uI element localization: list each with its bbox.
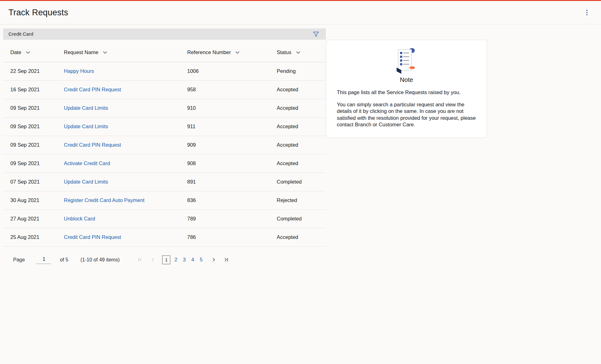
page-link[interactable]: 5: [197, 257, 205, 263]
reference-number: 911: [187, 117, 277, 136]
request-date: 09 Sep 2021: [3, 136, 64, 154]
column-label: Reference Number: [187, 49, 231, 55]
request-date: 16 Sep 2021: [3, 80, 64, 99]
column-header-reference-number[interactable]: Reference Number: [187, 43, 277, 62]
filter-bar-title: Credit Card: [8, 31, 33, 37]
previous-page-icon[interactable]: [148, 255, 157, 264]
chevron-down-icon: [26, 51, 30, 54]
note-title: Note: [337, 76, 476, 83]
column-label: Request Name: [64, 49, 98, 55]
table-row: 27 Aug 2021Unblock Card789Completed: [3, 210, 326, 228]
column-label: Date: [10, 49, 21, 55]
request-name-link[interactable]: Register Credit Card Auto Payment: [64, 197, 145, 203]
filter-bar: Credit Card: [3, 28, 326, 40]
chevron-down-icon: [103, 51, 107, 54]
kebab-menu-icon[interactable]: [583, 8, 591, 17]
last-page-icon[interactable]: [222, 255, 230, 264]
items-summary: (1-10 of 49 items): [80, 257, 120, 263]
reference-number: 789: [187, 210, 277, 228]
requests-section: Credit Card Date: [3, 28, 326, 264]
page-link[interactable]: 4: [188, 257, 197, 263]
request-status: Accepted: [277, 117, 326, 136]
request-date: 07 Sep 2021: [3, 173, 64, 191]
request-date: 22 Sep 2021: [3, 62, 64, 80]
request-name-link[interactable]: Credit Card PIN Request: [64, 234, 121, 240]
request-name-link[interactable]: Update Card Limits: [64, 105, 108, 111]
request-name-link[interactable]: Activate Credit Card: [64, 160, 110, 166]
column-header-date[interactable]: Date: [3, 43, 64, 62]
table-row: 09 Sep 2021Activate Credit Card908Accept…: [3, 154, 326, 173]
chevron-down-icon: [296, 51, 300, 54]
table-row: 09 Sep 2021Update Card Limits911Accepted: [3, 117, 326, 136]
column-label: Status: [277, 49, 291, 55]
reference-number: 909: [187, 136, 277, 154]
table-row: 07 Sep 2021Update Card Limits891Complete…: [3, 173, 326, 191]
table-row: 09 Sep 2021Update Card Limits910Accepted: [3, 99, 326, 117]
table-row: 22 Sep 2021Happy Hours1006Pending: [3, 62, 326, 80]
first-page-icon[interactable]: [136, 255, 145, 264]
request-date: 09 Sep 2021: [3, 154, 64, 173]
request-status: Completed: [277, 210, 326, 228]
reference-number: 836: [187, 191, 277, 210]
page-links: 12345: [161, 255, 205, 264]
request-status: Accepted: [277, 136, 326, 154]
page-header: Track Requests: [0, 1, 601, 24]
request-status: Accepted: [277, 228, 326, 246]
request-date: 25 Aug 2021: [3, 228, 64, 246]
column-header-request-name[interactable]: Request Name: [64, 43, 187, 62]
requests-table-body: 22 Sep 2021Happy Hours1006Pending16 Sep …: [3, 62, 326, 246]
reference-number: 908: [187, 154, 277, 173]
pagination-bar: Page of 5 (1-10 of 49 items) 12345: [3, 255, 326, 264]
request-date: 09 Sep 2021: [3, 117, 64, 136]
pagination-nav: 12345: [136, 255, 230, 264]
reference-number: 1006: [187, 62, 277, 80]
reference-number: 910: [187, 99, 277, 117]
request-date: 30 Aug 2021: [3, 191, 64, 210]
request-date: 09 Sep 2021: [3, 99, 64, 117]
request-status: Accepted: [277, 154, 326, 173]
request-name-link[interactable]: Unblock Card: [64, 216, 95, 221]
table-row: 30 Aug 2021Register Credit Card Auto Pay…: [3, 191, 326, 210]
note-document-icon: [397, 48, 417, 74]
reference-number: 786: [187, 228, 277, 246]
request-status: Accepted: [277, 99, 326, 117]
table-row: 25 Aug 2021Credit Card PIN Request786Acc…: [3, 228, 326, 246]
request-status: Rejected: [277, 191, 326, 210]
table-row: 16 Sep 2021Credit Card PIN Request958Acc…: [3, 80, 326, 99]
filter-funnel-icon[interactable]: [313, 32, 319, 37]
note-panel: Note This page lists all the Service Req…: [326, 40, 487, 138]
next-page-icon[interactable]: [209, 255, 218, 264]
request-name-link[interactable]: Credit Card PIN Request: [64, 87, 121, 92]
chevron-down-icon: [235, 51, 239, 54]
page-number-input[interactable]: [36, 256, 51, 264]
request-name-link[interactable]: Update Card Limits: [64, 179, 108, 185]
reference-number: 891: [187, 173, 277, 191]
request-name-link[interactable]: Happy Hours: [64, 68, 94, 74]
reference-number: 958: [187, 80, 277, 99]
request-date: 27 Aug 2021: [3, 210, 64, 228]
table-row: 09 Sep 2021Credit Card PIN Request909Acc…: [3, 136, 326, 154]
request-status: Pending: [277, 62, 326, 80]
requests-table: Date Request Name Reference Number: [3, 43, 326, 247]
column-header-status[interactable]: Status: [277, 43, 326, 62]
note-paragraph: You can simply search a particular reque…: [337, 101, 476, 128]
note-paragraph: This page lists all the Service Requests…: [337, 89, 476, 96]
request-status: Accepted: [277, 80, 326, 99]
request-status: Completed: [277, 173, 326, 191]
page-title: Track Requests: [8, 8, 68, 18]
of-total-label: of 5: [60, 257, 68, 263]
request-name-link[interactable]: Update Card Limits: [64, 124, 108, 129]
request-name-link[interactable]: Credit Card PIN Request: [64, 142, 121, 148]
main-content: Credit Card Date: [0, 24, 601, 264]
page-link[interactable]: 2: [172, 257, 180, 263]
page-label: Page: [13, 257, 25, 263]
page-link[interactable]: 3: [180, 257, 188, 263]
page-current[interactable]: 1: [162, 255, 170, 264]
table-header-row: Date Request Name Reference Number: [3, 43, 326, 62]
